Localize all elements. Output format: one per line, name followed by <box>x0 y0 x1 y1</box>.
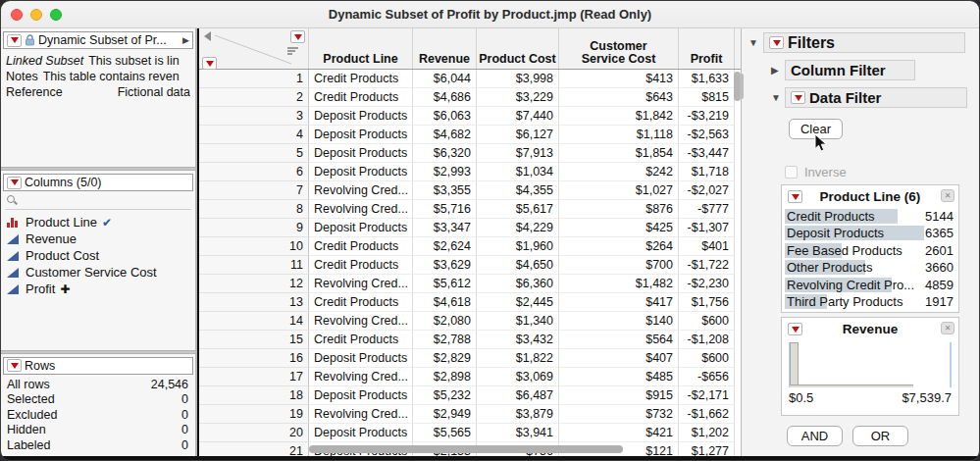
red-triangle-menu-icon[interactable] <box>788 190 802 203</box>
table-row[interactable]: 7 Revolving Cred... $3,355 $4,355 $1,027… <box>199 181 743 200</box>
filter-category-row[interactable]: Other Products 3660 <box>782 259 958 276</box>
filters-disclosure-icon[interactable]: ▼ <box>748 37 758 48</box>
table-row[interactable]: 3 Deposit Products $6,063 $7,440 $1,842 … <box>199 107 743 126</box>
filter-category-row[interactable]: Credit Products 5144 <box>782 208 958 225</box>
profit-cell: -$3,219 <box>679 107 735 126</box>
table-row[interactable]: 19 Revolving Cred... $2,949 $3,879 $732 … <box>199 405 743 424</box>
horizontal-scrollbar[interactable] <box>309 445 623 453</box>
or-button[interactable]: OR <box>852 426 908 446</box>
revenue-cell: $6,063 <box>413 107 477 126</box>
data-filter-title: Data Filter <box>809 89 881 106</box>
table-row[interactable]: 8 Revolving Cred... $5,716 $5,617 $876 -… <box>199 200 743 219</box>
column-search-field[interactable] <box>5 192 191 210</box>
collapse-left-icon[interactable] <box>204 31 211 41</box>
close-window-button[interactable] <box>11 9 23 21</box>
inverse-checkbox[interactable] <box>785 166 798 179</box>
revenue-cell: $4,618 <box>413 293 477 312</box>
revenue-histogram[interactable] <box>789 342 952 387</box>
property-value: Fictional data <box>68 84 190 100</box>
red-triangle-menu-icon[interactable] <box>769 36 784 49</box>
red-triangle-menu-icon[interactable] <box>788 323 802 335</box>
column-filter-disclosure-icon[interactable]: ▶ <box>771 65 779 76</box>
table-row[interactable]: 6 Deposit Products $2,993 $1,034 $242 $1… <box>199 163 743 181</box>
close-icon[interactable]: ✕ <box>941 322 954 334</box>
table-row[interactable]: 11 Credit Products $3,629 $4,650 $700 -$… <box>199 256 743 275</box>
table-row[interactable]: 13 Credit Products $4,618 $2,445 $417 $1… <box>199 293 743 312</box>
rows-red-triangle-icon[interactable] <box>202 57 217 70</box>
lock-icon <box>25 34 35 46</box>
columns-red-triangle-icon[interactable] <box>290 30 305 43</box>
product-line-cell: Deposit Products <box>309 144 413 163</box>
minimize-window-button[interactable] <box>30 9 42 21</box>
column-name: Profit <box>26 282 55 296</box>
data-filter-disclosure-icon[interactable]: ▼ <box>771 92 781 103</box>
column-list-item[interactable]: Revenue <box>7 230 193 247</box>
table-row[interactable]: 12 Revolving Cred... $5,612 $6,360 $1,48… <box>199 275 743 293</box>
profit-cell: -$2,171 <box>679 386 735 405</box>
panel-splitter-handle[interactable] <box>740 74 744 99</box>
red-triangle-menu-icon[interactable] <box>791 91 805 104</box>
table-row[interactable]: 16 Deposit Products $2,829 $1,822 $407 $… <box>199 349 743 368</box>
column-name: Customer Service Cost <box>26 265 157 280</box>
red-triangle-menu-icon[interactable] <box>7 177 22 189</box>
table-row[interactable]: 5 Deposit Products $6,320 $7,913 $1,854 … <box>199 144 743 163</box>
column-list-item[interactable]: Product Cost <box>7 247 193 264</box>
filter-category-count: 5144 <box>925 208 954 225</box>
table-row[interactable]: 17 Revolving Cred... $2,898 $3,069 $485 … <box>199 368 743 386</box>
filter-category-label: Other Products <box>787 260 872 275</box>
table-row[interactable]: 9 Deposit Products $3,347 $4,229 $425 -$… <box>199 219 743 237</box>
row-number-cell: 4 <box>199 126 309 144</box>
range-slider-right-handle[interactable] <box>950 342 952 387</box>
revenue-cell: $4,686 <box>413 88 477 107</box>
column-header-product-line[interactable]: Product Line <box>309 28 413 69</box>
column-header-customer-service-cost[interactable]: Customer Service Cost <box>559 28 679 69</box>
filter-category-row[interactable]: Revolving Credit Pro... 4859 <box>782 277 958 293</box>
expand-arrow-icon[interactable]: ▶ <box>182 35 189 45</box>
filter-category-row[interactable]: Fee Based Products 2601 <box>782 242 958 259</box>
product-cost-cell: $1,822 <box>477 349 559 368</box>
product-cost-cell: $6,360 <box>477 275 559 293</box>
table-row[interactable]: 10 Credit Products $2,624 $1,960 $264 $4… <box>199 237 743 256</box>
property-label: Reference <box>6 84 63 100</box>
column-list-item[interactable]: Profit ✚ <box>7 281 193 297</box>
rows-panel-header: Rows <box>3 357 193 375</box>
and-button[interactable]: AND <box>787 426 843 446</box>
zoom-window-button[interactable] <box>50 9 62 21</box>
table-row[interactable]: 20 Deposit Products $5,565 $3,941 $421 $… <box>199 424 743 442</box>
filter-category-row[interactable]: Deposit Products 6365 <box>782 225 958 241</box>
close-icon[interactable]: ✕ <box>941 189 954 202</box>
table-row[interactable]: 15 Credit Products $2,788 $3,432 $564 -$… <box>199 331 743 349</box>
red-triangle-menu-icon[interactable] <box>7 34 22 47</box>
column-header-product-cost[interactable]: Product Cost <box>477 28 559 69</box>
continuous-column-icon <box>7 233 21 244</box>
revenue-cell: $5,612 <box>413 275 477 293</box>
product-cost-cell: $1,960 <box>477 237 559 256</box>
stat-label: Selected <box>7 392 55 408</box>
column-name: Product Line <box>26 215 97 230</box>
column-list-item[interactable]: Customer Service Cost <box>7 264 193 281</box>
red-triangle-menu-icon[interactable] <box>7 359 22 372</box>
customer-service-cost-cell: $643 <box>559 88 679 107</box>
stat-value: 0 <box>51 438 189 454</box>
product-cost-cell: $5,617 <box>477 200 559 219</box>
table-row[interactable]: 4 Deposit Products $4,682 $6,127 $1,118 … <box>199 126 743 144</box>
filter-category-row[interactable]: Third Party Products 1917 <box>782 293 958 310</box>
stat-value: 0 <box>55 392 188 408</box>
customer-service-cost-cell: $421 <box>559 424 679 442</box>
stat-value: 24,546 <box>50 378 188 393</box>
table-row[interactable]: 14 Revolving Cred... $2,080 $1,340 $140 … <box>199 312 743 331</box>
property-value: This table contains reven <box>43 69 190 84</box>
column-header-revenue[interactable]: Revenue <box>413 28 477 69</box>
customer-service-cost-cell: $425 <box>559 219 679 237</box>
table-row[interactable]: 18 Deposit Products $5,232 $6,487 $915 -… <box>199 386 743 405</box>
column-list-item[interactable]: Product Line ✔ <box>7 214 193 230</box>
table-row[interactable]: 2 Credit Products $4,686 $3,229 $643 $81… <box>199 88 743 107</box>
profit-cell: $600 <box>679 349 735 368</box>
customer-service-cost-cell: $876 <box>559 200 679 219</box>
table-row[interactable]: 1 Credit Products $6,044 $3,998 $413 $1,… <box>199 70 743 88</box>
column-filter-header[interactable]: Column Filter <box>785 60 915 80</box>
column-header-profit[interactable]: Profit <box>679 28 735 69</box>
inverse-option: Inverse <box>785 165 847 179</box>
row-number-cell: 15 <box>199 331 309 349</box>
profit-cell: $401 <box>679 237 735 256</box>
